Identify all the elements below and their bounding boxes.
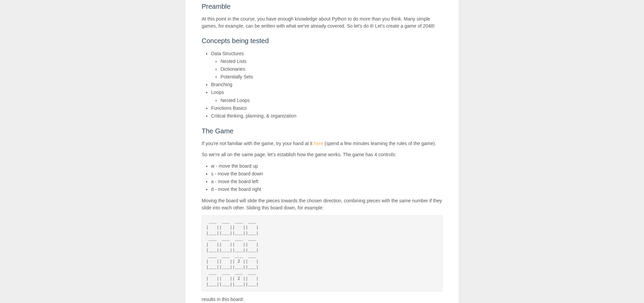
preamble-paragraph: At this point in the course, you have en… [202, 15, 442, 30]
list-item: Potentially Sets [221, 73, 442, 81]
page-wrapper: Preamble At this point in the course, yo… [0, 0, 644, 303]
list-item: Dictionaries [221, 65, 442, 73]
heading-concepts: Concepts being tested [202, 36, 442, 46]
list-item: Nested Loops [221, 97, 442, 104]
nested-list: Nested Lists Dictionaries Potentially Se… [221, 58, 442, 81]
text-span: If you're not familiar with the game, tr… [202, 141, 314, 146]
game-intro-paragraph: If you're not familiar with the game, tr… [202, 140, 442, 147]
board-before: ___ ___ ___ ___ | || || || | |___||___||… [202, 215, 442, 291]
text-span: (spend a few minutes learning the rules … [323, 141, 436, 146]
list-item: a - move the board left [211, 178, 442, 186]
game-controls-intro: So we're all on the same page, let's est… [202, 151, 442, 158]
content-card: Preamble At this point in the course, yo… [185, 0, 459, 303]
game-link[interactable]: here [314, 141, 323, 146]
list-item: Critical thinking, planning, & organizat… [211, 112, 442, 120]
nested-list: Nested Loops [221, 97, 442, 104]
controls-list: w - move the board up s - move the board… [211, 162, 442, 193]
list-item: w - move the board up [211, 162, 442, 170]
heading-the-game: The Game [202, 126, 442, 136]
list-item: Data Structures Nested Lists Dictionarie… [211, 50, 442, 81]
list-item-label: Data Structures [211, 51, 244, 56]
list-item-label: Loops [211, 90, 224, 95]
list-item: Functions Basics [211, 104, 442, 112]
list-item: d - move the board right [211, 186, 442, 193]
list-item: Branching [211, 81, 442, 89]
list-item: Nested Lists [221, 58, 442, 65]
list-item: s - move the board down [211, 170, 442, 178]
result-paragraph: results in this board: [202, 296, 442, 303]
slide-explain-paragraph: Moving the board will slide the pieces t… [202, 197, 442, 211]
list-item: Loops Nested Loops [211, 89, 442, 104]
heading-preamble: Preamble [202, 0, 442, 11]
concepts-list: Data Structures Nested Lists Dictionarie… [211, 50, 442, 120]
